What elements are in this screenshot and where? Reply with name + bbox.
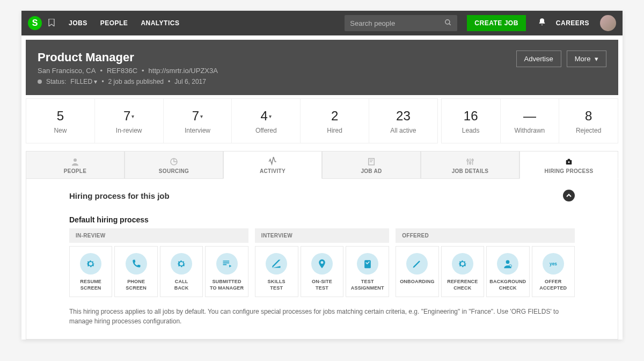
stat-item[interactable]: 8Rejected <box>559 99 618 143</box>
job-url[interactable]: http://smrtr.io/UPZX3A <box>149 67 218 75</box>
stat-value[interactable]: 2 <box>303 109 367 124</box>
svg-point-11 <box>470 162 471 164</box>
gear-icon <box>80 253 101 275</box>
stat-item[interactable]: 23All active <box>369 99 437 143</box>
stage-in-review: IN-REVIEW RESUMESCREENPHONESCREENCALLBAC… <box>69 228 248 297</box>
tab-bar: PEOPLE SOURCING ACTIVITY JOB AD JOB DETA… <box>26 151 618 179</box>
process-card[interactable]: SUBMITTEDTO MANAGER <box>205 246 248 297</box>
stage-header: INTERVIEW <box>255 228 389 243</box>
tab-people[interactable]: PEOPLE <box>26 151 125 179</box>
job-ads-count: 2 job ads published <box>108 78 164 85</box>
stat-item[interactable]: 7▾Interview <box>163 99 232 143</box>
status-dot-icon <box>38 80 42 84</box>
chevron-down-icon: ▾ <box>131 113 134 119</box>
submit-icon <box>216 253 238 275</box>
stat-item[interactable]: 2Hired <box>300 99 369 143</box>
nav-people[interactable]: PEOPLE <box>100 19 128 27</box>
hiring-process-panel: Hiring process for this job Default hiri… <box>26 179 618 340</box>
ruler-icon <box>266 253 287 275</box>
tab-sourcing[interactable]: SOURCING <box>125 151 223 179</box>
person-icon <box>28 157 122 167</box>
tab-job-ad[interactable]: JOB AD <box>322 151 421 179</box>
stat-label: Interview <box>166 127 230 134</box>
stat-value[interactable]: 16 <box>444 109 498 124</box>
page-title: Product Manager <box>38 50 218 64</box>
stat-label: Withdrawn <box>503 127 557 134</box>
stat-value[interactable]: 7▾ <box>97 109 161 124</box>
collapse-button[interactable] <box>563 190 575 201</box>
svg-point-2 <box>74 158 77 162</box>
stat-value[interactable]: 8 <box>561 109 616 124</box>
stat-value[interactable]: — <box>503 109 557 124</box>
logo[interactable]: S <box>28 16 42 30</box>
svg-point-15 <box>568 161 570 163</box>
more-button[interactable]: More ▾ <box>567 50 606 67</box>
search-box[interactable] <box>345 15 457 31</box>
process-card[interactable]: ON-SITETEST <box>301 246 344 297</box>
process-card[interactable]: BACKGROUNDCHECK <box>486 246 529 297</box>
job-ref: REF836C <box>107 67 137 75</box>
document-icon <box>325 157 418 167</box>
tab-job-details[interactable]: JOB DETAILS <box>421 151 519 179</box>
chevron-down-icon: ▾ <box>269 113 272 119</box>
stat-item[interactable]: 4▾Offered <box>231 99 300 143</box>
bookmark-icon[interactable] <box>48 19 55 28</box>
card-label: REFERENCECHECK <box>444 279 481 291</box>
process-card[interactable]: TESTASSIGNMENT <box>346 246 389 297</box>
card-label: SKILLSTEST <box>258 279 296 291</box>
chevron-down-icon: ▾ <box>200 113 203 119</box>
stage-header: IN-REVIEW <box>69 228 248 243</box>
process-card[interactable]: CALLBACK <box>160 246 203 297</box>
process-card[interactable]: REFERENCECHECK <box>441 246 484 297</box>
advertise-button[interactable]: Advertise <box>516 50 561 67</box>
status-value[interactable]: FILLED ▾ <box>70 78 97 85</box>
process-card[interactable]: ONBOARDING <box>396 246 438 297</box>
process-card[interactable]: yesOFFERACCEPTED <box>532 246 575 297</box>
stat-item[interactable]: 16Leads <box>442 99 500 143</box>
stat-value[interactable]: 7▾ <box>166 109 230 124</box>
pencil-icon <box>406 253 428 275</box>
footnote: This hiring process applies to all jobs … <box>69 307 575 326</box>
process-card[interactable]: RESUMESCREEN <box>69 246 112 297</box>
careers-link[interactable]: CAREERS <box>556 19 589 27</box>
stat-value[interactable]: 4▾ <box>234 109 298 124</box>
person-icon <box>497 253 518 275</box>
svg-point-0 <box>445 19 450 24</box>
stat-label: Leads <box>444 127 498 134</box>
svg-line-1 <box>449 23 451 25</box>
create-job-button[interactable]: CREATE JOB <box>467 15 525 31</box>
process-card[interactable]: PHONESCREEN <box>114 246 157 297</box>
tab-activity[interactable]: ACTIVITY <box>223 151 322 179</box>
stage-interview: INTERVIEW SKILLSTESTON-SITETESTTESTASSIG… <box>255 228 389 297</box>
stat-item[interactable]: —Withdrawn <box>500 99 559 143</box>
card-label: BACKGROUNDCHECK <box>489 279 526 291</box>
process-card[interactable]: SKILLSTEST <box>255 246 298 297</box>
stat-item[interactable]: 5New <box>26 99 94 143</box>
search-input[interactable] <box>350 19 444 27</box>
card-label: ON-SITETEST <box>303 279 341 291</box>
card-label: RESUMESCREEN <box>72 279 109 291</box>
card-label: OFFERACCEPTED <box>535 279 572 291</box>
stat-label: Offered <box>234 127 298 134</box>
subheading: Default hiring process <box>69 215 575 224</box>
stat-label: Hired <box>303 127 367 134</box>
top-nav: S JOBS PEOPLE ANALYTICS CREATE JOB CAREE… <box>21 11 623 35</box>
pin-icon <box>311 253 333 275</box>
gear-icon <box>452 253 473 275</box>
card-label: CALLBACK <box>163 279 200 291</box>
stat-label: All active <box>371 127 435 134</box>
stat-item[interactable]: 7▾In-review <box>94 99 163 143</box>
nav-analytics[interactable]: ANALYTICS <box>141 19 179 27</box>
status-label: Status: <box>46 78 66 85</box>
pie-icon <box>127 157 221 167</box>
stat-value[interactable]: 5 <box>28 109 92 124</box>
tab-hiring-process[interactable]: HIRING PROCESS <box>519 151 618 179</box>
job-date: Jul 6, 2017 <box>174 78 206 85</box>
nav-jobs[interactable]: JOBS <box>69 19 87 27</box>
stat-value[interactable]: 23 <box>371 109 435 124</box>
notification-bell-icon[interactable] <box>538 18 546 28</box>
stage-header: OFFERED <box>396 228 575 243</box>
clip-icon <box>357 253 378 275</box>
stats-row: 5New7▾In-review7▾Interview4▾Offered2Hire… <box>26 98 618 143</box>
avatar[interactable] <box>600 15 616 31</box>
